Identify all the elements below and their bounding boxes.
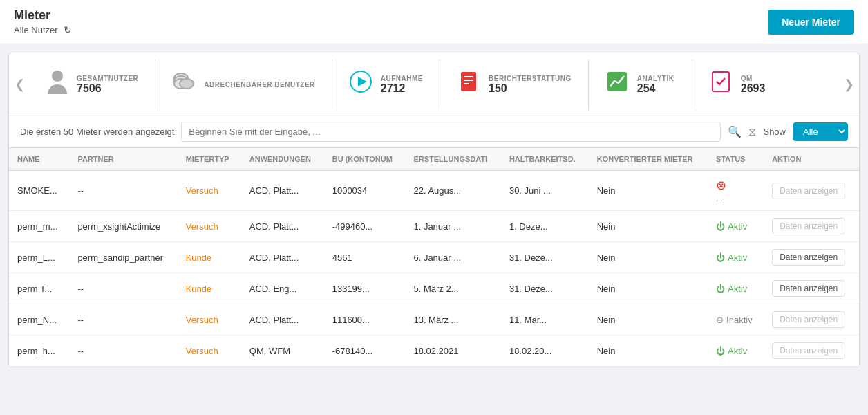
col-erstellungsdatum: ERSTELLUNGSDATI	[405, 148, 500, 171]
cell-erstellungsdatum: 13. März ...	[405, 304, 500, 335]
table-header-row: NAME PARTNER MIETERTYP ANWENDUNGEN BU (K…	[9, 148, 859, 171]
cell-konvertierter: Nein	[589, 171, 708, 211]
person-icon	[46, 69, 68, 100]
cell-erstellungsdatum: 18.02.2021	[405, 335, 500, 367]
all-users-label: Alle Nutzer	[14, 25, 58, 35]
cell-name: perm_h...	[9, 335, 69, 367]
stat-label-abrechenbar: ABRECHENBARER BENUTZER	[204, 81, 314, 89]
status-error-icon: ⊗	[716, 178, 726, 192]
power-icon: ⏻	[716, 284, 725, 294]
col-anwendungen: ANWENDUNGEN	[241, 148, 324, 171]
cell-anwendungen: ACD, Eng...	[241, 273, 324, 304]
stat-item-aufnahme[interactable]: AUFNAHME 2712	[332, 59, 440, 110]
filter-info: Die ersten 50 Mieter werden angezeigt	[20, 127, 174, 137]
show-label: Show	[763, 127, 786, 137]
cell-mietertyp: Kunde	[178, 273, 241, 304]
main-container: ❮ GESAMTNUTZER 7506	[8, 53, 860, 367]
stat-text-aufnahme: AUFNAHME 2712	[381, 75, 423, 95]
col-status: STATUS	[708, 148, 764, 171]
cell-status: ⏻ Aktiv	[708, 211, 764, 242]
action-button[interactable]: Daten anzeigen	[772, 218, 845, 234]
filter-icon[interactable]: ⧖	[748, 126, 756, 138]
cell-anwendungen: ACD, Platt...	[241, 304, 324, 335]
cell-mietertyp: Versuch	[178, 335, 241, 367]
status-active: ⏻ Aktiv	[716, 346, 755, 356]
cell-status: ⊗...	[708, 171, 764, 211]
power-icon: ⏻	[716, 252, 725, 263]
cell-partner: --	[69, 273, 177, 304]
table-row: perm_L... perm_sandip_partner Kunde ACD,…	[9, 242, 859, 273]
qm-icon	[709, 70, 733, 99]
stat-item-gesamtnutzer[interactable]: GESAMTNUTZER 7506	[30, 59, 155, 110]
cell-aktion: Daten anzeigen	[764, 304, 859, 335]
col-haltbarkeitsd: HALTBARKEITSD.	[501, 148, 589, 171]
stat-item-abrechenbar[interactable]: ABRECHENBARER BENUTZER	[155, 59, 332, 110]
cell-bu: 133199...	[324, 273, 406, 304]
header-subtitle: Alle Nutzer ↻	[14, 24, 72, 35]
cell-mietertyp: Kunde	[178, 242, 241, 273]
col-konvertierter: KONVERTIERTER MIETER	[589, 148, 708, 171]
inactive-icon: ⊖	[716, 315, 724, 325]
stat-text-gesamtnutzer: GESAMTNUTZER 7506	[77, 75, 138, 95]
stat-value-gesamtnutzer: 7506	[77, 82, 138, 95]
cell-partner: --	[69, 304, 177, 335]
filter-bar: Die ersten 50 Mieter werden angezeigt 🔍 …	[9, 116, 859, 148]
stats-next-nav[interactable]: ❯	[838, 53, 859, 116]
cell-haltbarkeitsd: 31. Deze...	[501, 273, 589, 304]
cell-bu: 111600...	[324, 304, 406, 335]
stat-label-qm: QM	[741, 75, 766, 82]
search-input[interactable]	[181, 122, 721, 142]
stat-item-qm[interactable]: QM 2693	[692, 59, 796, 110]
col-bu: BU (KONTONUM	[324, 148, 406, 171]
stat-label-analytik: ANALYTIK	[637, 75, 674, 82]
search-icon[interactable]: 🔍	[728, 125, 742, 138]
stats-prev-nav[interactable]: ❮	[9, 53, 30, 116]
cell-anwendungen: ACD, Platt...	[241, 171, 324, 211]
cell-aktion: Daten anzeigen	[764, 171, 859, 211]
stat-value-analytik: 254	[637, 82, 674, 95]
stat-value-qm: 2693	[741, 82, 766, 95]
show-select[interactable]: Alle Aktiv Inaktiv	[793, 122, 848, 141]
cell-bu: 4561	[324, 242, 406, 273]
cell-anwendungen: QM, WFM	[241, 335, 324, 367]
status-active: ⏻ Aktiv	[716, 284, 755, 294]
cell-name: perm T...	[9, 273, 69, 304]
cell-erstellungsdatum: 6. Januar ...	[405, 242, 500, 273]
stat-item-berichterstattung[interactable]: BERICHTERSTATTUNG 150	[440, 59, 589, 110]
svg-point-4	[180, 79, 194, 89]
play-icon	[349, 70, 372, 99]
action-button[interactable]: Daten anzeigen	[772, 280, 845, 297]
cell-erstellungsdatum: 5. März 2...	[405, 273, 500, 304]
report-icon	[457, 70, 480, 99]
cell-mietertyp: Versuch	[178, 304, 241, 335]
svg-point-0	[52, 71, 63, 82]
cell-name: SMOKE...	[9, 171, 69, 211]
action-button[interactable]: Daten anzeigen	[772, 342, 845, 359]
action-button[interactable]: Daten anzeigen	[772, 311, 845, 328]
stat-text-abrechenbar: ABRECHENBARER BENUTZER	[204, 81, 314, 89]
refresh-icon[interactable]: ↻	[64, 24, 72, 35]
stat-value-berichterstattung: 150	[489, 82, 572, 95]
cell-aktion: Daten anzeigen	[764, 273, 859, 304]
table-row: SMOKE... -- Versuch ACD, Platt... 100003…	[9, 171, 859, 211]
cell-konvertierter: Nein	[589, 335, 708, 367]
new-tenant-button[interactable]: Neuer Mieter	[768, 10, 854, 35]
page-title: Mieter	[14, 8, 72, 23]
table-row: perm T... -- Kunde ACD, Eng... 133199...…	[9, 273, 859, 304]
svg-rect-7	[461, 72, 476, 91]
col-name: NAME	[9, 148, 69, 171]
stat-item-analytik[interactable]: ANALYTIK 254	[589, 59, 692, 110]
action-button[interactable]: Daten anzeigen	[772, 183, 845, 199]
cell-konvertierter: Nein	[589, 304, 708, 335]
cell-anwendungen: ACD, Platt...	[241, 211, 324, 242]
col-partner: PARTNER	[69, 148, 177, 171]
cell-erstellungsdatum: 1. Januar ...	[405, 211, 500, 242]
stat-label-berichterstattung: BERICHTERSTATTUNG	[489, 75, 572, 82]
cell-partner: perm_sandip_partner	[69, 242, 177, 273]
tenants-table: NAME PARTNER MIETERTYP ANWENDUNGEN BU (K…	[9, 148, 859, 367]
stats-items: GESAMTNUTZER 7506 ABRECHENBARER BENUTZER	[30, 59, 838, 110]
cell-haltbarkeitsd: 18.02.20...	[501, 335, 589, 367]
action-button[interactable]: Daten anzeigen	[772, 249, 845, 266]
cell-bu: -499460...	[324, 211, 406, 242]
cell-mietertyp: Versuch	[178, 171, 241, 211]
